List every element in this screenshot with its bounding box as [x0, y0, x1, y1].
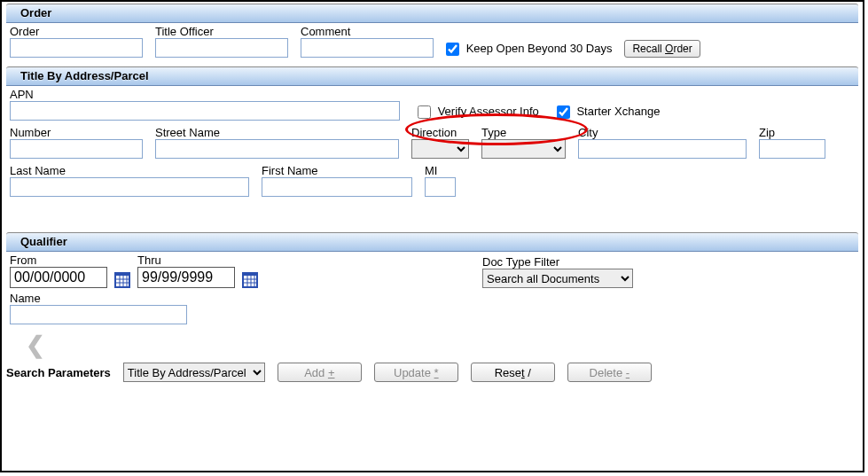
starter-xchange-label: Starter Xchange: [576, 105, 660, 118]
calendar-icon[interactable]: [114, 272, 130, 288]
order-input[interactable]: [10, 38, 143, 58]
number-input[interactable]: [10, 139, 143, 159]
type-label: Type: [481, 126, 566, 139]
verify-assessor-checkbox[interactable]: [418, 105, 431, 119]
comment-label: Comment: [301, 25, 434, 38]
calendar-icon[interactable]: [242, 272, 258, 288]
search-parameters-label: Search Parameters: [6, 366, 111, 379]
order-section-header: Order: [6, 4, 858, 23]
reset-button[interactable]: Reset /: [471, 363, 555, 382]
doc-type-filter-select[interactable]: Search all Documents: [482, 269, 633, 288]
qualifier-name-label: Name: [10, 292, 187, 305]
apn-input[interactable]: [10, 101, 400, 121]
mi-input[interactable]: [425, 177, 456, 197]
order-section-body: Order Title Officer Comment Keep Open Be…: [6, 23, 858, 65]
direction-label: Direction: [411, 126, 469, 139]
starter-xchange-checkbox[interactable]: [557, 105, 570, 119]
street-name-input[interactable]: [155, 139, 399, 159]
city-input[interactable]: [578, 139, 747, 159]
comment-input[interactable]: [301, 38, 434, 58]
keep-open-checkbox[interactable]: [446, 43, 459, 56]
thru-label: Thru: [137, 254, 235, 267]
recall-order-button[interactable]: Recall Order: [624, 40, 700, 58]
mi-label: MI: [425, 164, 456, 177]
direction-select[interactable]: [411, 139, 469, 159]
lastname-label: Last Name: [10, 164, 249, 177]
from-label: From: [10, 254, 107, 267]
apn-label: APN: [10, 88, 400, 101]
title-officer-input[interactable]: [155, 38, 288, 58]
add-button[interactable]: Add +: [278, 363, 362, 382]
type-select[interactable]: [481, 139, 566, 159]
zip-label: Zip: [759, 126, 825, 139]
number-label: Number: [10, 126, 143, 139]
search-parameters-select[interactable]: Title By Address/Parcel: [123, 363, 265, 382]
thru-date-input[interactable]: [137, 267, 235, 288]
firstname-input[interactable]: [262, 177, 412, 197]
title-by-section-header: Title By Address/Parcel: [6, 66, 858, 86]
from-date-input[interactable]: [10, 267, 107, 288]
title-by-section-body: APN Verify Assessor Info Starter Xchange…: [6, 86, 858, 204]
keep-open-label: Keep Open Beyond 30 Days: [466, 42, 613, 55]
order-label: Order: [10, 25, 143, 38]
doc-type-filter-label: Doc Type Filter: [482, 255, 633, 269]
title-officer-label: Title Officer: [155, 25, 288, 38]
update-button[interactable]: Update *: [374, 363, 458, 382]
lastname-input[interactable]: [10, 177, 249, 197]
qualifier-name-input[interactable]: [10, 305, 187, 324]
city-label: City: [578, 126, 747, 139]
delete-button[interactable]: Delete -: [567, 363, 652, 382]
firstname-label: First Name: [262, 164, 412, 177]
chevron-left-icon[interactable]: ❮: [6, 332, 858, 359]
qualifier-section-body: From Thru Doc Type Filter Search all Doc…: [6, 252, 858, 332]
street-name-label: Street Name: [155, 126, 399, 139]
zip-input[interactable]: [759, 139, 825, 159]
qualifier-section-header: Qualifier: [6, 232, 858, 252]
verify-assessor-label: Verify Assessor Info: [438, 105, 539, 118]
